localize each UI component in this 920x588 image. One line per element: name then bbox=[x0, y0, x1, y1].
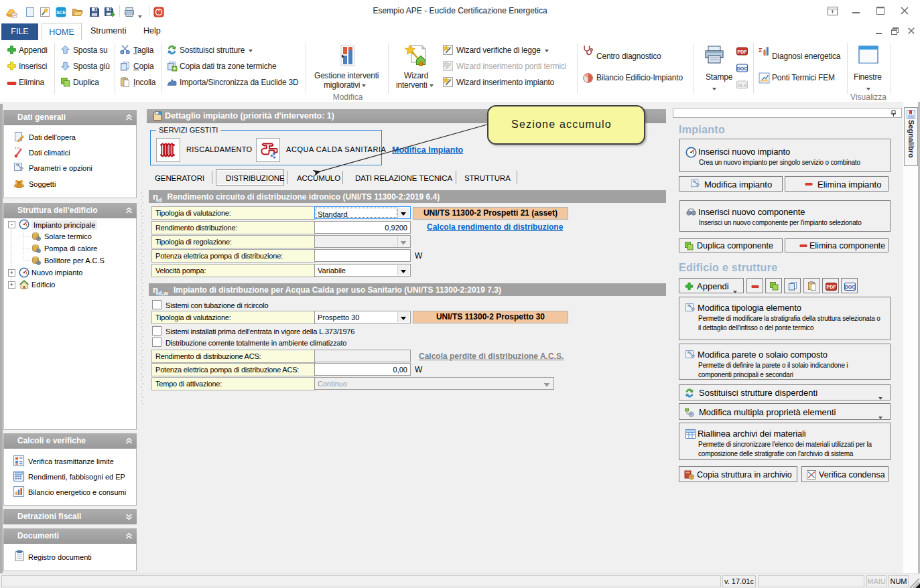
svg-text:DOC: DOC bbox=[845, 285, 856, 289]
svg-text:PDF: PDF bbox=[738, 50, 748, 54]
svg-text:XLS: XLS bbox=[738, 83, 747, 88]
svg-text:Σ: Σ bbox=[759, 46, 763, 54]
svg-text:PDF: PDF bbox=[827, 285, 837, 289]
svg-text:DOC: DOC bbox=[737, 66, 748, 71]
